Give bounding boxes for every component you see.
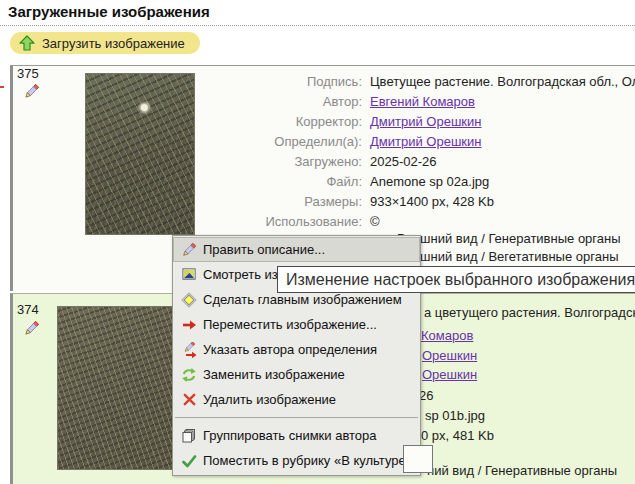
menu-item-put-in-culture-rubric[interactable]: Поместить в рубрику «В культуре» <box>173 448 420 473</box>
uploaded-fragment: 26 <box>419 388 433 403</box>
delete-x-icon <box>180 391 198 409</box>
determiner-link[interactable]: Орешкин <box>422 367 477 382</box>
menu-item-replace-image[interactable]: Заменить изображение <box>173 362 420 387</box>
caption-value: Цветущее растение. Волгоградская обл., О… <box>370 72 635 92</box>
pencil-icon <box>180 241 198 259</box>
field-row-file: Файл:Anemone sp 02a.jpg <box>0 172 635 192</box>
page-title: Загруженные изображения <box>8 3 210 20</box>
field-row-determiner: Определил(а):Дмитрий Орешкин <box>0 132 635 152</box>
menu-item-delete-image[interactable]: Удалить изображение <box>173 387 420 412</box>
corrector-link[interactable]: Орешкин <box>422 348 477 363</box>
menu-item-set-determination-author[interactable]: Указать автора определения <box>173 337 420 362</box>
author-link[interactable]: Комаров <box>421 328 473 343</box>
entry-categories: Внешний вид / Генеративные органы Внешни… <box>397 230 621 266</box>
uploaded-value: 2025-02-26 <box>370 152 437 172</box>
move-arrow-icon <box>180 316 198 334</box>
menu-separator <box>175 417 418 418</box>
image-icon <box>180 266 198 284</box>
author-link[interactable]: Евгений Комаров <box>370 94 475 109</box>
empty-tooltip-box <box>403 445 433 473</box>
page: Загруженные изображения Загрузить изобра… <box>0 0 635 484</box>
caption-fragment: а цветущего растения. Волгоградская о <box>424 305 635 320</box>
determiner-link[interactable]: Дмитрий Орешкин <box>370 134 481 149</box>
field-row-size: Размеры:933×1400 px, 428 Kb <box>0 192 635 212</box>
corrector-link[interactable]: Дмитрий Орешкин <box>370 114 481 129</box>
tooltip: Изменение настроек выбранного изображени… <box>277 266 635 293</box>
file-fragment: sp 01b.jpg <box>425 408 485 423</box>
category-fragment: ний вид / Генеративные органы <box>427 463 617 478</box>
file-value: Anemone sp 02a.jpg <box>370 172 489 192</box>
menu-item-edit-description[interactable]: Править описание... <box>173 237 420 262</box>
group-copies-icon <box>180 427 198 445</box>
menu-item-group-author-photos[interactable]: Группировать снимки автора <box>173 423 420 448</box>
field-row-uploaded: Загружено:2025-02-26 <box>0 152 635 172</box>
field-row-corrector: Корректор:Дмитрий Орешкин <box>0 112 635 132</box>
entry-fields: Подпись:Цветущее растение. Волгоградская… <box>0 72 635 232</box>
upload-button-label: Загрузить изображение <box>42 36 185 51</box>
field-row-usage: Использование:© <box>0 212 635 232</box>
upload-arrow-icon <box>19 35 35 51</box>
category-line: Внешний вид / Генеративные органы <box>397 230 621 248</box>
replace-icon <box>180 366 198 384</box>
pencil-arrow-icon <box>180 341 198 359</box>
menu-item-move-image[interactable]: Переместить изображение... <box>173 312 420 337</box>
title-divider <box>0 25 635 26</box>
size-value: 933×1400 px, 428 Kb <box>370 192 494 212</box>
check-icon <box>180 452 198 470</box>
entry-id: 374 <box>17 302 39 317</box>
field-row-caption: Подпись:Цветущее растение. Волгоградская… <box>0 72 635 92</box>
size-fragment: 0 px, 481 Kb <box>421 428 494 443</box>
usage-value: © <box>370 212 380 232</box>
category-line: Внешний вид / Вегетативные органы <box>397 248 621 266</box>
diamond-icon <box>180 291 198 309</box>
edit-pencil-icon[interactable] <box>23 320 40 340</box>
field-row-author: Автор:Евгений Комаров <box>0 92 635 112</box>
upload-image-button[interactable]: Загрузить изображение <box>10 32 200 54</box>
